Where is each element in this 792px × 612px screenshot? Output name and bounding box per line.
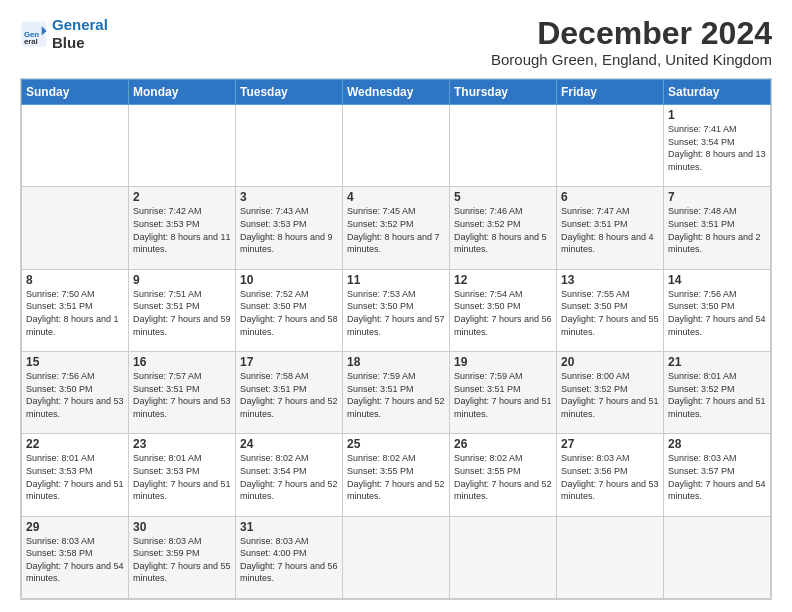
sunset: Sunset: 3:52 PM xyxy=(561,384,628,394)
day-of-week-header: Monday xyxy=(129,80,236,105)
svg-text:eral: eral xyxy=(24,37,38,46)
day-number: 4 xyxy=(347,190,445,204)
daylight: Daylight: 7 hours and 57 minutes. xyxy=(347,314,445,337)
title-block: December 2024 Borough Green, England, Un… xyxy=(491,16,772,68)
sunrise: Sunrise: 7:48 AM xyxy=(668,206,737,216)
sunset: Sunset: 4:00 PM xyxy=(240,548,307,558)
sunrise: Sunrise: 7:42 AM xyxy=(133,206,202,216)
calendar-cell: 9 Sunrise: 7:51 AM Sunset: 3:51 PM Dayli… xyxy=(129,269,236,351)
sunrise: Sunrise: 7:46 AM xyxy=(454,206,523,216)
sunrise: Sunrise: 7:43 AM xyxy=(240,206,309,216)
sunset: Sunset: 3:59 PM xyxy=(133,548,200,558)
calendar-cell: 29 Sunrise: 8:03 AM Sunset: 3:58 PM Dayl… xyxy=(22,516,129,598)
daylight: Daylight: 7 hours and 54 minutes. xyxy=(26,561,124,584)
day-number: 28 xyxy=(668,437,766,451)
day-number: 25 xyxy=(347,437,445,451)
sunrise: Sunrise: 7:54 AM xyxy=(454,289,523,299)
sunset: Sunset: 3:51 PM xyxy=(26,301,93,311)
day-number: 29 xyxy=(26,520,124,534)
day-number: 30 xyxy=(133,520,231,534)
calendar-cell xyxy=(343,516,450,598)
daylight: Daylight: 7 hours and 51 minutes. xyxy=(133,479,231,502)
sunset: Sunset: 3:50 PM xyxy=(26,384,93,394)
sunset: Sunset: 3:53 PM xyxy=(133,219,200,229)
calendar-cell: 20 Sunrise: 8:00 AM Sunset: 3:52 PM Dayl… xyxy=(557,352,664,434)
calendar-cell: 17 Sunrise: 7:58 AM Sunset: 3:51 PM Dayl… xyxy=(236,352,343,434)
day-number: 11 xyxy=(347,273,445,287)
sunset: Sunset: 3:50 PM xyxy=(240,301,307,311)
calendar-cell: 7 Sunrise: 7:48 AM Sunset: 3:51 PM Dayli… xyxy=(664,187,771,269)
logo-text: GeneralBlue xyxy=(52,16,108,52)
sunset: Sunset: 3:57 PM xyxy=(668,466,735,476)
sunset: Sunset: 3:55 PM xyxy=(454,466,521,476)
daylight: Daylight: 7 hours and 52 minutes. xyxy=(347,396,445,419)
sunset: Sunset: 3:51 PM xyxy=(561,219,628,229)
sunrise: Sunrise: 8:02 AM xyxy=(347,453,416,463)
sunrise: Sunrise: 8:02 AM xyxy=(240,453,309,463)
daylight: Daylight: 8 hours and 9 minutes. xyxy=(240,232,333,255)
day-number: 8 xyxy=(26,273,124,287)
day-of-week-header: Thursday xyxy=(450,80,557,105)
day-number: 15 xyxy=(26,355,124,369)
day-number: 22 xyxy=(26,437,124,451)
sunrise: Sunrise: 7:53 AM xyxy=(347,289,416,299)
daylight: Daylight: 7 hours and 52 minutes. xyxy=(454,479,552,502)
calendar-cell: 13 Sunrise: 7:55 AM Sunset: 3:50 PM Dayl… xyxy=(557,269,664,351)
sunset: Sunset: 3:50 PM xyxy=(561,301,628,311)
day-number: 16 xyxy=(133,355,231,369)
day-number: 6 xyxy=(561,190,659,204)
sunset: Sunset: 3:56 PM xyxy=(561,466,628,476)
sunset: Sunset: 3:52 PM xyxy=(454,219,521,229)
day-info: Sunrise: 7:48 AM Sunset: 3:51 PM Dayligh… xyxy=(668,205,766,255)
day-number: 27 xyxy=(561,437,659,451)
sunrise: Sunrise: 7:55 AM xyxy=(561,289,630,299)
day-number: 12 xyxy=(454,273,552,287)
daylight: Daylight: 7 hours and 59 minutes. xyxy=(133,314,231,337)
sunset: Sunset: 3:58 PM xyxy=(26,548,93,558)
daylight: Daylight: 7 hours and 53 minutes. xyxy=(133,396,231,419)
day-info: Sunrise: 8:02 AM Sunset: 3:54 PM Dayligh… xyxy=(240,452,338,502)
sunset: Sunset: 3:52 PM xyxy=(347,219,414,229)
day-info: Sunrise: 7:42 AM Sunset: 3:53 PM Dayligh… xyxy=(133,205,231,255)
calendar-cell: 16 Sunrise: 7:57 AM Sunset: 3:51 PM Dayl… xyxy=(129,352,236,434)
calendar-cell: 21 Sunrise: 8:01 AM Sunset: 3:52 PM Dayl… xyxy=(664,352,771,434)
day-info: Sunrise: 8:03 AM Sunset: 3:58 PM Dayligh… xyxy=(26,535,124,585)
sunset: Sunset: 3:51 PM xyxy=(133,384,200,394)
daylight: Daylight: 7 hours and 52 minutes. xyxy=(347,479,445,502)
sunrise: Sunrise: 8:01 AM xyxy=(133,453,202,463)
calendar-cell: 27 Sunrise: 8:03 AM Sunset: 3:56 PM Dayl… xyxy=(557,434,664,516)
day-info: Sunrise: 7:59 AM Sunset: 3:51 PM Dayligh… xyxy=(347,370,445,420)
sunset: Sunset: 3:52 PM xyxy=(668,384,735,394)
sunrise: Sunrise: 7:50 AM xyxy=(26,289,95,299)
calendar-cell xyxy=(22,187,129,269)
sunrise: Sunrise: 7:58 AM xyxy=(240,371,309,381)
day-of-week-header: Saturday xyxy=(664,80,771,105)
day-of-week-header: Friday xyxy=(557,80,664,105)
calendar-cell: 2 Sunrise: 7:42 AM Sunset: 3:53 PM Dayli… xyxy=(129,187,236,269)
day-number: 14 xyxy=(668,273,766,287)
calendar-cell: 3 Sunrise: 7:43 AM Sunset: 3:53 PM Dayli… xyxy=(236,187,343,269)
day-of-week-header: Tuesday xyxy=(236,80,343,105)
calendar-cell: 30 Sunrise: 8:03 AM Sunset: 3:59 PM Dayl… xyxy=(129,516,236,598)
calendar-cell: 19 Sunrise: 7:59 AM Sunset: 3:51 PM Dayl… xyxy=(450,352,557,434)
daylight: Daylight: 7 hours and 53 minutes. xyxy=(26,396,124,419)
sunrise: Sunrise: 7:56 AM xyxy=(26,371,95,381)
sunset: Sunset: 3:51 PM xyxy=(668,219,735,229)
calendar-cell: 1 Sunrise: 7:41 AM Sunset: 3:54 PM Dayli… xyxy=(664,105,771,187)
day-info: Sunrise: 7:52 AM Sunset: 3:50 PM Dayligh… xyxy=(240,288,338,338)
daylight: Daylight: 7 hours and 58 minutes. xyxy=(240,314,338,337)
calendar-cell xyxy=(557,516,664,598)
sunrise: Sunrise: 8:03 AM xyxy=(133,536,202,546)
daylight: Daylight: 7 hours and 55 minutes. xyxy=(133,561,231,584)
day-number: 26 xyxy=(454,437,552,451)
calendar-cell: 11 Sunrise: 7:53 AM Sunset: 3:50 PM Dayl… xyxy=(343,269,450,351)
sunrise: Sunrise: 7:51 AM xyxy=(133,289,202,299)
day-info: Sunrise: 7:41 AM Sunset: 3:54 PM Dayligh… xyxy=(668,123,766,173)
daylight: Daylight: 7 hours and 51 minutes. xyxy=(561,396,659,419)
day-info: Sunrise: 7:59 AM Sunset: 3:51 PM Dayligh… xyxy=(454,370,552,420)
day-info: Sunrise: 7:56 AM Sunset: 3:50 PM Dayligh… xyxy=(26,370,124,420)
daylight: Daylight: 7 hours and 56 minutes. xyxy=(240,561,338,584)
day-number: 2 xyxy=(133,190,231,204)
sunset: Sunset: 3:50 PM xyxy=(454,301,521,311)
calendar-cell xyxy=(450,516,557,598)
